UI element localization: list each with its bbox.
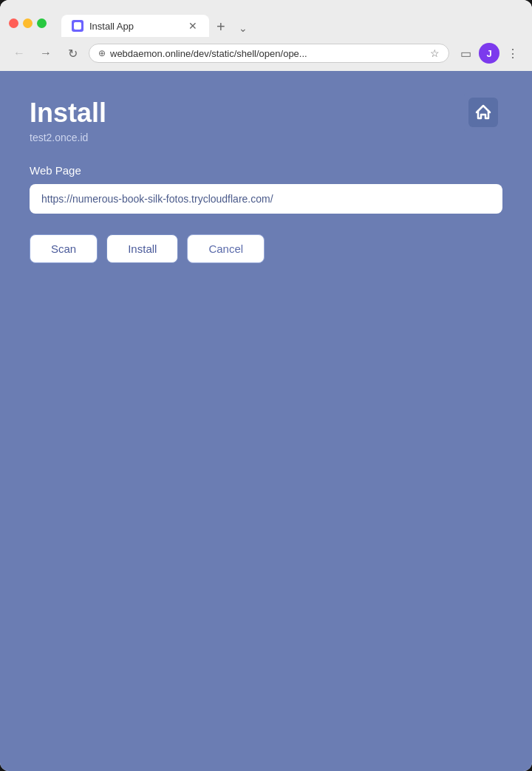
cancel-button[interactable]: Cancel bbox=[187, 234, 265, 263]
tab-close-button[interactable]: ✕ bbox=[187, 20, 199, 32]
extensions-button[interactable]: ▭ bbox=[455, 43, 476, 64]
tab-bar: Install App ✕ + ⌄ bbox=[52, 9, 262, 37]
page-content: Install test2.once.id Web Page Scan Inst… bbox=[0, 71, 532, 771]
scan-button[interactable]: Scan bbox=[30, 234, 98, 263]
profile-avatar-button[interactable]: J bbox=[479, 43, 499, 64]
window-controls bbox=[9, 18, 47, 28]
browser-window: Install App ✕ + ⌄ ← → ↻ ⊕ ☆ ▭ J ⋮ bbox=[0, 0, 532, 771]
menu-button[interactable]: ⋮ bbox=[502, 43, 523, 64]
title-bar: Install App ✕ + ⌄ ← → ↻ ⊕ ☆ ▭ J ⋮ bbox=[0, 0, 532, 71]
address-input-wrap[interactable]: ⊕ ☆ bbox=[89, 44, 449, 63]
bookmark-icon[interactable]: ☆ bbox=[430, 47, 440, 59]
minimize-window-button[interactable] bbox=[23, 18, 33, 28]
address-input[interactable] bbox=[110, 48, 426, 59]
tab-expand-button[interactable]: ⌄ bbox=[233, 19, 253, 37]
back-button[interactable]: ← bbox=[9, 43, 30, 64]
install-button[interactable]: Install bbox=[106, 234, 178, 263]
maximize-window-button[interactable] bbox=[37, 18, 47, 28]
tab-title: Install App bbox=[89, 21, 181, 32]
forward-button[interactable]: → bbox=[35, 43, 56, 64]
form-label: Web Page bbox=[30, 164, 502, 177]
close-window-button[interactable] bbox=[9, 18, 18, 28]
browser-actions: ▭ J ⋮ bbox=[455, 43, 523, 64]
action-buttons: Scan Install Cancel bbox=[30, 234, 502, 263]
active-tab[interactable]: Install App ✕ bbox=[61, 15, 209, 37]
url-input[interactable] bbox=[30, 184, 502, 214]
page-subtitle: test2.once.id bbox=[30, 132, 502, 143]
home-icon bbox=[468, 98, 498, 127]
address-bar: ← → ↻ ⊕ ☆ ▭ J ⋮ bbox=[0, 37, 532, 71]
page-title: Install bbox=[30, 98, 502, 129]
reload-button[interactable]: ↻ bbox=[62, 43, 83, 64]
security-icon: ⊕ bbox=[98, 48, 106, 58]
home-button[interactable] bbox=[464, 93, 502, 132]
new-tab-button[interactable]: + bbox=[211, 16, 231, 37]
tab-favicon-icon bbox=[72, 20, 83, 32]
